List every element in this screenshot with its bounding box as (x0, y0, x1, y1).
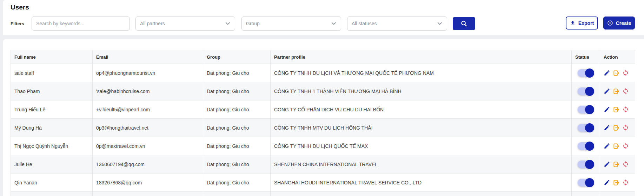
table-body: sale staff op4@phuongnamtourist.vn Dat p… (11, 64, 635, 196)
status-toggle[interactable] (578, 106, 594, 113)
cell-status (572, 119, 600, 137)
create-button[interactable]: Create (603, 17, 635, 30)
cell-email: +v.hieult5@vinpearl.com (93, 100, 203, 119)
search-input[interactable] (32, 17, 130, 31)
refresh-icon[interactable] (622, 70, 629, 76)
pencil-icon[interactable] (604, 88, 610, 94)
box-arrow-right-icon[interactable] (613, 143, 620, 150)
status-toggle[interactable] (578, 179, 594, 187)
box-arrow-right-icon[interactable] (613, 124, 620, 131)
refresh-icon[interactable] (622, 143, 629, 149)
status-toggle-knob (585, 87, 594, 96)
cell-action (600, 100, 635, 119)
column-header-group: Group (203, 50, 271, 64)
cell-group: Dat phong; Giu cho (203, 119, 271, 137)
chevron-down-icon (437, 21, 443, 26)
cell-email: op4@phuongnamtourist.vn (93, 64, 203, 82)
cell-email: 'sale@habinhcruise.com (93, 82, 203, 100)
group-filter-value: Group (246, 21, 260, 26)
box-arrow-right-icon[interactable] (613, 179, 620, 186)
cell-group: Dat phong; Giu cho (203, 137, 271, 155)
cell-group: Dat phong; Giu cho (203, 174, 271, 192)
status-toggle-knob (585, 105, 594, 114)
cell-status (572, 155, 600, 174)
pencil-icon[interactable] (604, 124, 610, 131)
cell-full-name: Julie He (11, 155, 93, 174)
cell-action (600, 119, 635, 137)
status-toggle[interactable] (578, 142, 594, 150)
status-toggle-knob (585, 160, 594, 169)
cell-status (572, 64, 600, 82)
users-table-card: Full name Email Group Partner profile St… (3, 39, 644, 196)
cell-partner-profile: SHENZHEN CHINA INTERNATIONAL TRAVEL (271, 155, 572, 174)
chevron-down-icon (331, 21, 337, 26)
status-toggle-knob (585, 178, 594, 187)
pencil-icon[interactable] (604, 106, 610, 113)
table-row: Trung Hiếu Lê +v.hieult5@vinpearl.com Da… (11, 100, 635, 119)
box-arrow-right-icon[interactable] (613, 88, 620, 95)
partner-filter-dropdown[interactable]: All partners (135, 17, 235, 31)
group-filter-dropdown[interactable]: Group (241, 17, 341, 31)
refresh-icon[interactable] (622, 106, 629, 113)
column-header-full-name: Full name (11, 50, 93, 64)
table-header-row: Full name Email Group Partner profile St… (11, 50, 635, 64)
cell-group: Dat phong; Giu cho (203, 82, 271, 100)
cell-status (572, 100, 600, 119)
table-row: Thao Pham 'sale@habinhcruise.com Dat pho… (11, 82, 635, 100)
status-toggle-knob (585, 68, 594, 78)
cell-full-name: Qin Yanan (11, 174, 93, 192)
cell-action (600, 155, 635, 174)
status-toggle[interactable] (578, 69, 594, 77)
status-filter-dropdown[interactable]: All statuses (347, 17, 447, 31)
cell-email: 1360607194@qq.com (93, 155, 203, 174)
refresh-icon[interactable] (622, 88, 629, 94)
cell-partner-profile: SHANGHAI HOUDI INTERNATIONAL TRAVEL SERV… (271, 174, 572, 192)
pencil-icon[interactable] (604, 70, 610, 76)
column-header-action: Action (600, 50, 635, 64)
box-arrow-right-icon[interactable] (613, 161, 620, 168)
cell-email: 0p@maxtravel.com.vn (93, 137, 203, 155)
cell-status (572, 174, 600, 192)
search-button[interactable] (453, 17, 475, 30)
table-row: Qin Yanan 183267868@qq.com Dat phong; Gi… (11, 174, 635, 192)
cell-action (600, 82, 635, 100)
cell-partner-profile: CÔNG TY TNHH MTV DU LỊCH HỒNG THÁI (271, 119, 572, 137)
refresh-icon[interactable] (622, 179, 629, 186)
download-icon (570, 20, 576, 26)
status-toggle[interactable] (578, 124, 594, 132)
cell-action (600, 64, 635, 82)
refresh-icon[interactable] (622, 124, 629, 131)
cell-partner-profile: CÔNG TY TNHH DU LỊCH QUỐC TẾ MAX (271, 137, 572, 155)
chevron-down-icon (225, 21, 231, 26)
partial-next-row (11, 192, 635, 196)
cell-action (600, 174, 635, 192)
cell-email: 0p3@hongthaitravel.net (93, 119, 203, 137)
table-row: Thị Ngọc Quỳnh Nguyễn 0p@maxtravel.com.v… (11, 137, 635, 155)
pencil-icon[interactable] (604, 161, 610, 168)
cell-group: Dat phong; Giu cho (203, 100, 271, 119)
cell-group: Dat phong; Giu cho (203, 64, 271, 82)
box-arrow-right-icon[interactable] (613, 106, 620, 113)
cell-full-name: Mỹ Dung Hà (11, 119, 93, 137)
pencil-icon[interactable] (604, 143, 610, 149)
cell-email: 183267868@qq.com (93, 174, 203, 192)
cell-status (572, 82, 600, 100)
status-filter-value: All statuses (352, 21, 377, 26)
cell-action (600, 137, 635, 155)
table-row: Mỹ Dung Hà 0p3@hongthaitravel.net Dat ph… (11, 119, 635, 137)
pencil-icon[interactable] (604, 179, 610, 186)
filters-label: Filters (11, 21, 24, 26)
plus-circle-icon (607, 20, 613, 26)
create-button-label: Create (616, 20, 631, 26)
status-toggle[interactable] (578, 161, 594, 168)
box-arrow-right-icon[interactable] (613, 70, 620, 77)
export-button[interactable]: Export (566, 17, 598, 30)
status-toggle[interactable] (578, 87, 594, 95)
refresh-icon[interactable] (622, 161, 629, 168)
header-card: Users Filters All partners Group All sta… (3, 0, 644, 35)
cell-status (572, 137, 600, 155)
column-header-status: Status (572, 50, 600, 64)
export-button-label: Export (578, 20, 594, 26)
cell-full-name: Thị Ngọc Quỳnh Nguyễn (11, 137, 93, 155)
column-header-partner-profile: Partner profile (271, 50, 572, 64)
